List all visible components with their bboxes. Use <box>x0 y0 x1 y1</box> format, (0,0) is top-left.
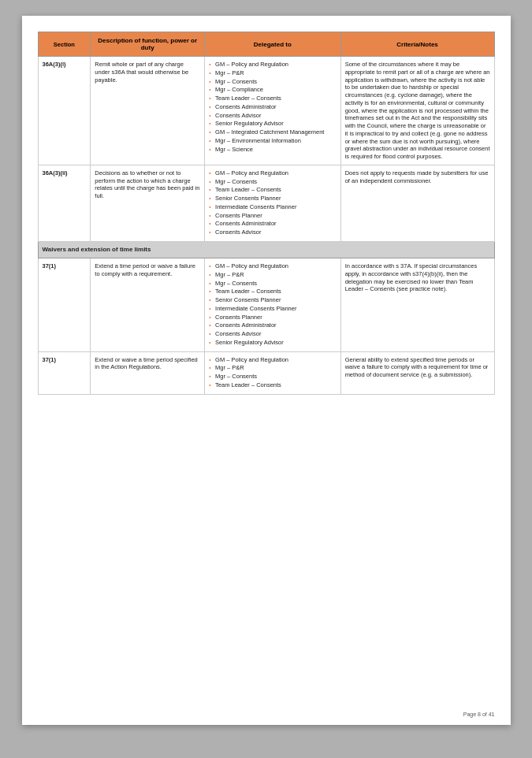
section-cell: 37(1) <box>38 351 91 394</box>
list-item: Mgr – Consents <box>209 78 337 86</box>
list-item: Mgr – P&R <box>209 69 337 77</box>
delegated-cell: GM – Policy and RegulationMgr – P&RMgr –… <box>205 351 341 394</box>
table-row: 36A(3)(ii)Decisions as to whether or not… <box>38 165 494 241</box>
list-item: Consents Administrator <box>209 220 337 228</box>
criteria-cell: Does not apply to requests made by submi… <box>340 165 494 241</box>
table-row: 36A(3)(i)Remit whole or part of any char… <box>38 57 494 165</box>
list-item: Mgr – Consents <box>209 178 337 186</box>
list-item: Mgr – Environmental Information <box>209 137 337 145</box>
section-cell: 36A(3)(i) <box>38 57 91 165</box>
delegated-cell: GM – Policy and RegulationMgr – Consents… <box>205 165 341 241</box>
list-item: GM – Policy and Regulation <box>209 169 337 177</box>
criteria-cell: In accordance with s 37A. If special cir… <box>340 258 494 352</box>
list-item: Team Leader – Consents <box>209 381 337 389</box>
list-item: Mgr – Compliance <box>209 86 337 94</box>
list-item: Consents Advisor <box>209 229 337 236</box>
list-item: GM – Policy and Regulation <box>209 61 337 69</box>
list-item: Consents Planner <box>209 212 337 220</box>
delegated-cell: GM – Policy and RegulationMgr – P&RMgr –… <box>205 258 341 352</box>
list-item: Mgr – Science <box>209 146 337 154</box>
criteria-cell: Some of the circumstances where it may b… <box>340 57 494 165</box>
description-cell: Extend or waive a time period specified … <box>91 351 205 394</box>
list-item: Consents Administrator <box>209 321 337 329</box>
delegations-table: Section Description of function, power o… <box>38 32 495 395</box>
list-item: Consents Administrator <box>209 103 337 111</box>
list-item: Senior Regulatory Advisor <box>209 120 337 128</box>
page: Section Description of function, power o… <box>22 16 511 725</box>
description-cell: Decisions as to whether or not to perfor… <box>91 165 205 241</box>
list-item: Team Leader – Consents <box>209 288 337 295</box>
list-item: Mgr – Consents <box>209 280 337 288</box>
list-item: GM – Policy and Regulation <box>209 262 337 270</box>
criteria-cell: General ability to extend specified time… <box>340 351 494 394</box>
list-item: Mgr – Consents <box>209 373 337 381</box>
description-cell: Remit whole or part of any charge under … <box>91 57 205 165</box>
description-cell: Extend a time period or waive a failure … <box>91 258 205 352</box>
list-item: Consents Advisor <box>209 330 337 338</box>
list-item: Consents Planner <box>209 314 337 321</box>
list-item: Senior Consents Planner <box>209 296 337 304</box>
col-header-desc: Description of function, power or duty <box>91 32 205 57</box>
col-header-delegated: Delegated to <box>205 32 341 57</box>
list-item: Consents Advisor <box>209 112 337 120</box>
list-item: Mgr – P&R <box>209 271 337 279</box>
section-cell: 37(1) <box>38 258 91 352</box>
delegated-cell: GM – Policy and RegulationMgr – P&RMgr –… <box>205 57 341 165</box>
list-item: Team Leader – Consents <box>209 95 337 102</box>
col-header-criteria: Criteria/Notes <box>340 32 494 57</box>
list-item: GM – Policy and Regulation <box>209 356 337 364</box>
list-item: Team Leader – Consents <box>209 186 337 194</box>
page-number: Page 8 of 41 <box>463 712 495 717</box>
list-item: Mgr – P&R <box>209 364 337 372</box>
table-row: 37(1)Extend a time period or waive a fai… <box>38 258 494 352</box>
list-item: Senior Consents Planner <box>209 195 337 203</box>
col-header-section: Section <box>38 32 91 57</box>
list-item: GM – Integrated Catchment Management <box>209 128 337 136</box>
list-item: Senior Regulatory Advisor <box>209 339 337 347</box>
list-item: Intermediate Consents Planner <box>209 305 337 313</box>
table-row: 37(1)Extend or waive a time period speci… <box>38 351 494 394</box>
section-cell: 36A(3)(ii) <box>38 165 91 241</box>
section-header-row: Waivers and extension of time limits <box>38 241 494 258</box>
list-item: Intermediate Consents Planner <box>209 203 337 211</box>
